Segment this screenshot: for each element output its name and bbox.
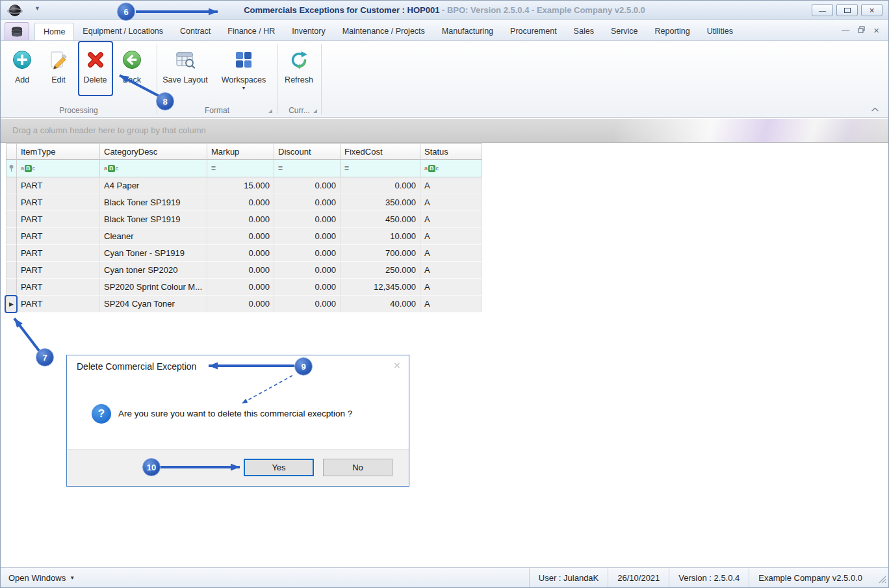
- save-layout-label: Save Layout: [162, 75, 208, 84]
- resize-grip[interactable]: [878, 575, 887, 586]
- yes-button[interactable]: Yes: [244, 459, 314, 476]
- table-row[interactable]: PART SP2020 Sprint Colour M... 0.000 0.0…: [6, 279, 482, 296]
- tab-inventory[interactable]: Inventory: [283, 23, 333, 40]
- ribbon-collapse-icon[interactable]: [871, 105, 879, 114]
- selected-row-indicator[interactable]: ▶: [6, 296, 17, 313]
- save-layout-icon: [174, 49, 196, 71]
- delete-label: Delete: [83, 75, 107, 84]
- format-dialog-launcher-icon[interactable]: [268, 109, 272, 113]
- dialog-close-icon[interactable]: ×: [394, 359, 400, 372]
- cell-status: A: [420, 296, 482, 313]
- cell-status: A: [420, 228, 482, 245]
- tab-manufacturing[interactable]: Manufacturing: [433, 23, 502, 40]
- filter-categorydesc[interactable]: aBc: [100, 160, 207, 177]
- table-row[interactable]: PART Cyan toner SP2020 0.000 0.000 250.0…: [6, 262, 482, 279]
- maximize-button[interactable]: [836, 4, 858, 16]
- tab-procurement[interactable]: Procurement: [502, 23, 565, 40]
- cell-status: A: [420, 211, 482, 228]
- column-header-status[interactable]: Status: [420, 143, 482, 160]
- edit-label: Edit: [51, 75, 66, 84]
- column-header-itemtype[interactable]: ItemType: [17, 143, 100, 160]
- application-menu-button[interactable]: [5, 22, 29, 40]
- cell-discount: 0.000: [274, 228, 341, 245]
- mdi-restore-icon[interactable]: [858, 26, 865, 35]
- question-mark-icon: ?: [92, 404, 111, 424]
- ribbon-group-separator: [321, 44, 322, 114]
- row-indicator: [6, 211, 17, 228]
- filter-fixedcost[interactable]: =: [341, 160, 420, 177]
- group-by-bar[interactable]: Drag a column header here to group by th…: [1, 119, 888, 143]
- ribbon-tab-bar: Home Equipment / Locations Contract Fina…: [1, 20, 888, 41]
- table-row[interactable]: PART Cleaner 0.000 0.000 10.000 A: [6, 228, 482, 245]
- window-title-rest: - BPO: Version 2.5.0.4 - Example Company…: [439, 5, 645, 15]
- edit-button[interactable]: Edit: [44, 43, 73, 99]
- group-by-hint: Drag a column header here to group by th…: [12, 119, 206, 142]
- tab-maintenance-projects[interactable]: Maintenance / Projects: [334, 23, 433, 40]
- table-row[interactable]: PART Black Toner SP1919 0.000 0.000 350.…: [6, 194, 482, 211]
- minimize-button[interactable]: —: [812, 4, 833, 16]
- tab-equipment-locations[interactable]: Equipment / Locations: [74, 23, 172, 40]
- status-date: 26/10/2021: [608, 568, 669, 587]
- column-header-categorydesc[interactable]: CategoryDesc: [100, 143, 207, 160]
- status-version: Version : 2.5.0.4: [669, 568, 749, 587]
- filter-status[interactable]: aBc: [420, 160, 482, 177]
- cell-itemtype: PART: [17, 177, 100, 194]
- tab-service[interactable]: Service: [602, 23, 647, 40]
- table-row[interactable]: PART Cyan Toner - SP1919 0.000 0.000 700…: [6, 245, 482, 262]
- add-button[interactable]: Add: [8, 43, 36, 99]
- mdi-window-controls: — ×: [842, 26, 879, 35]
- cell-discount: 0.000: [274, 279, 341, 296]
- text-filter-icon: aBc: [104, 165, 118, 172]
- filter-itemtype[interactable]: aBc: [17, 160, 100, 177]
- ribbon-tabs: Home Equipment / Locations Contract Fina…: [34, 23, 741, 40]
- tab-sales[interactable]: Sales: [565, 23, 602, 40]
- tab-reporting[interactable]: Reporting: [647, 23, 699, 40]
- delete-button[interactable]: Delete: [79, 43, 111, 99]
- cell-markup: 0.000: [207, 194, 274, 211]
- refresh-label: Refresh: [285, 75, 313, 84]
- column-header-discount[interactable]: Discount: [274, 143, 341, 160]
- table-row-selected[interactable]: ▶ PART SP204 Cyan Toner 0.000 0.000 40.0…: [6, 296, 482, 313]
- cell-discount: 0.000: [274, 194, 341, 211]
- cell-itemtype: PART: [17, 194, 100, 211]
- cell-itemtype: PART: [17, 245, 100, 262]
- ribbon-group-separator: [277, 44, 278, 114]
- refresh-button[interactable]: Refresh: [279, 43, 318, 99]
- workspaces-button[interactable]: Workspaces ▼: [216, 43, 272, 99]
- tab-contract[interactable]: Contract: [172, 23, 219, 40]
- filter-discount[interactable]: =: [274, 160, 341, 177]
- cell-markup: 0.000: [207, 245, 274, 262]
- cell-markup: 0.000: [207, 262, 274, 279]
- mdi-minimize-icon[interactable]: —: [842, 26, 849, 35]
- table-row[interactable]: PART A4 Paper 15.000 0.000 0.000 A: [6, 177, 482, 194]
- column-header-fixedcost[interactable]: FixedCost: [341, 143, 420, 160]
- window-title-main: Commercials Exceptions for Customer : HO…: [244, 5, 439, 15]
- tab-home[interactable]: Home: [34, 23, 74, 40]
- save-layout-button[interactable]: Save Layout: [159, 43, 212, 99]
- column-header-markup[interactable]: Markup: [207, 143, 274, 160]
- maximize-icon: [844, 8, 851, 13]
- cell-markup: 0.000: [207, 211, 274, 228]
- edit-icon: [47, 49, 70, 71]
- text-filter-icon: aBc: [21, 165, 35, 172]
- no-button[interactable]: No: [323, 459, 393, 476]
- cell-itemtype: PART: [17, 211, 100, 228]
- delete-icon: [84, 49, 107, 71]
- tab-finance-hr[interactable]: Finance / HR: [219, 23, 283, 40]
- mdi-close-icon[interactable]: ×: [873, 26, 879, 35]
- cell-discount: 0.000: [274, 211, 341, 228]
- close-button[interactable]: ×: [861, 4, 883, 16]
- cell-itemtype: PART: [17, 279, 100, 296]
- table-row[interactable]: PART Black Toner SP1919 0.000 0.000 450.…: [6, 211, 482, 228]
- back-button[interactable]: Back: [118, 43, 146, 99]
- filter-markup[interactable]: =: [207, 160, 274, 177]
- open-windows-dropdown-icon[interactable]: ▼: [70, 575, 75, 581]
- currencies-dialog-launcher-icon[interactable]: [313, 109, 317, 113]
- open-windows-button[interactable]: Open Windows: [8, 573, 66, 583]
- filter-pin-icon[interactable]: [6, 160, 17, 177]
- cell-categorydesc: SP204 Cyan Toner: [100, 296, 207, 313]
- cell-markup: 15.000: [207, 177, 274, 194]
- add-icon: [11, 49, 33, 71]
- tab-utilities[interactable]: Utilities: [699, 23, 741, 40]
- cell-fixedcost: 10.000: [341, 228, 420, 245]
